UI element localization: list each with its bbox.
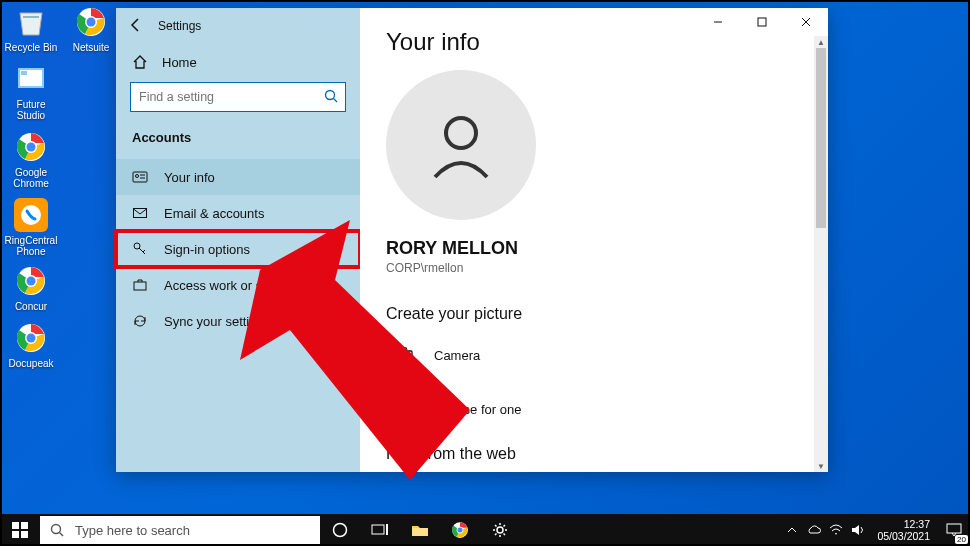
svg-rect-28 <box>21 522 28 529</box>
nav-work-school[interactable]: Access work or school <box>116 267 360 303</box>
svg-point-18 <box>136 175 139 178</box>
nav-home[interactable]: Home <box>116 44 360 80</box>
svg-rect-29 <box>12 531 19 538</box>
window-title: Settings <box>158 19 201 33</box>
ringcentral-icon <box>13 197 49 233</box>
taskbar: Type here to search 12:37 05/03/2021 20 <box>0 514 970 546</box>
person-icon <box>132 169 148 185</box>
taskbar-cortana[interactable] <box>320 514 360 546</box>
picture-option-browse[interactable]: Browse for one <box>386 391 802 427</box>
windows-icon <box>12 522 28 538</box>
nav-your-info[interactable]: Your info <box>116 159 360 195</box>
svg-rect-34 <box>386 524 388 535</box>
svg-point-31 <box>52 524 61 533</box>
desktop-icon-ringcentral[interactable]: RingCentral Phone <box>4 197 58 257</box>
svg-rect-40 <box>947 524 961 533</box>
recycle-bin-icon <box>13 4 49 40</box>
svg-point-32 <box>334 524 347 537</box>
settings-window: Settings Home Accounts Your info Email &… <box>116 8 828 472</box>
action-center[interactable]: 20 <box>938 514 970 546</box>
nav-sync-settings[interactable]: Sync your settings <box>116 303 360 339</box>
chrome-icon <box>13 320 49 356</box>
svg-point-23 <box>446 118 476 148</box>
settings-search-input[interactable] <box>130 82 346 112</box>
user-account: CORP\rmellon <box>386 261 802 275</box>
scroll-up-icon[interactable]: ▲ <box>814 36 828 48</box>
system-tray: 12:37 05/03/2021 20 <box>781 514 970 546</box>
svg-rect-27 <box>12 522 19 529</box>
search-icon <box>50 523 65 538</box>
desktop-icon-netsuite[interactable]: Netsuite <box>64 4 118 53</box>
chevron-up-icon <box>787 525 797 535</box>
svg-point-38 <box>457 527 462 532</box>
scrollbar-thumb[interactable] <box>816 48 826 228</box>
key-icon <box>132 241 148 257</box>
user-name: RORY MELLON <box>386 238 802 259</box>
svg-rect-33 <box>372 525 384 534</box>
start-button[interactable] <box>0 514 40 546</box>
chrome-icon <box>451 521 469 539</box>
svg-rect-35 <box>412 528 428 536</box>
chrome-icon <box>73 4 109 40</box>
svg-point-4 <box>27 143 36 152</box>
taskbar-taskview[interactable] <box>360 514 400 546</box>
chrome-icon <box>13 129 49 165</box>
settings-sidebar: Settings Home Accounts Your info Email &… <box>116 8 360 472</box>
scroll-down-icon[interactable]: ▼ <box>814 460 828 472</box>
cortana-icon <box>332 522 348 538</box>
volume-icon <box>851 524 865 536</box>
svg-rect-19 <box>134 209 147 218</box>
back-button[interactable] <box>128 17 146 36</box>
taskbar-explorer[interactable] <box>400 514 440 546</box>
desktop-icon-recycle-bin[interactable]: Recycle Bin <box>4 4 58 53</box>
camera-icon <box>386 337 422 373</box>
create-picture-header: Create your picture <box>386 305 802 323</box>
help-web-header: Help from the web <box>386 445 802 463</box>
taskbar-clock[interactable]: 12:37 05/03/2021 <box>869 518 938 542</box>
future-studio-icon <box>13 61 49 97</box>
close-button[interactable] <box>784 8 828 36</box>
sync-icon <box>132 313 148 329</box>
email-icon <box>132 205 148 221</box>
gear-icon <box>492 522 508 538</box>
desktop-icon-google-chrome[interactable]: Google Chrome <box>4 129 58 189</box>
user-avatar <box>386 70 536 220</box>
tray-chevron[interactable] <box>781 514 803 546</box>
svg-point-9 <box>27 277 36 286</box>
chrome-icon <box>13 263 49 299</box>
taskbar-chrome[interactable] <box>440 514 480 546</box>
tray-volume[interactable] <box>847 514 869 546</box>
nav-signin-options[interactable]: Sign-in options <box>116 231 360 267</box>
settings-content: Your info RORY MELLON CORP\rmellon Creat… <box>360 8 828 472</box>
svg-point-25 <box>401 353 408 360</box>
tray-cloud[interactable] <box>803 514 825 546</box>
svg-rect-22 <box>758 18 766 26</box>
nav-email-accounts[interactable]: Email & accounts <box>116 195 360 231</box>
wifi-icon <box>829 524 843 536</box>
tray-network[interactable] <box>825 514 847 546</box>
taskview-icon <box>371 523 389 537</box>
briefcase-icon <box>132 277 148 293</box>
person-placeholder-icon <box>421 105 501 185</box>
svg-point-12 <box>27 334 36 343</box>
taskbar-settings[interactable] <box>480 514 520 546</box>
category-header: Accounts <box>116 124 360 159</box>
content-scrollbar[interactable]: ▲ ▼ <box>814 36 828 472</box>
svg-point-16 <box>326 91 335 100</box>
desktop-icon-docupeak[interactable]: Docupeak <box>4 320 58 369</box>
settings-search[interactable] <box>130 82 346 112</box>
svg-point-39 <box>497 527 503 533</box>
home-icon <box>132 54 148 70</box>
svg-point-15 <box>87 18 96 27</box>
picture-option-camera[interactable]: Camera <box>386 337 802 373</box>
taskbar-search[interactable]: Type here to search <box>40 516 320 544</box>
desktop-icon-future-studio[interactable]: Future Studio <box>4 61 58 121</box>
search-icon <box>324 89 338 107</box>
minimize-button[interactable] <box>696 8 740 36</box>
svg-rect-21 <box>134 282 146 290</box>
maximize-button[interactable] <box>740 8 784 36</box>
svg-rect-17 <box>133 172 147 182</box>
cloud-icon <box>806 524 822 536</box>
svg-rect-1 <box>21 71 27 75</box>
desktop-icon-concur[interactable]: Concur <box>4 263 58 312</box>
